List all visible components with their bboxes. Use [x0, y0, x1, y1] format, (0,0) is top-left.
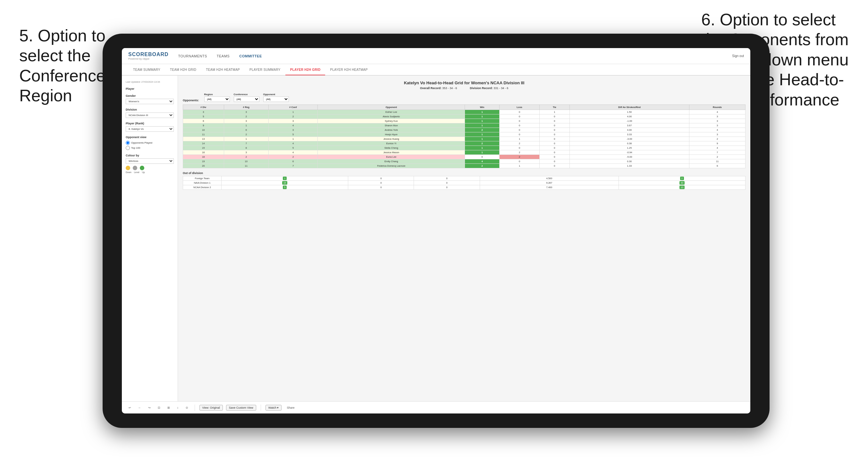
- share-btn[interactable]: Share: [285, 405, 296, 410]
- region-filter: Region (All): [204, 93, 230, 102]
- table-row: 18 2 2 Euna Lee 0 2 0 -5.00 2: [183, 155, 745, 159]
- refresh-btn[interactable]: ⊙: [184, 405, 190, 410]
- division-section: Division NCAA Division III: [126, 108, 174, 118]
- out-division-table: Foreign Team 1 0 0 4.500 2 NAIA Division…: [183, 176, 745, 190]
- table-row: 15 8 5 Stella Cheng 1 0 0 1.25 4: [183, 146, 745, 150]
- colour-section: Colour by Win/loss Down Level Up: [126, 154, 174, 174]
- sign-out-link[interactable]: Sign out: [732, 54, 744, 58]
- table-row: 9 1 4 Sharon Mun 1 0 0 3.67 3: [183, 123, 745, 128]
- division-label: Division: [126, 108, 174, 111]
- tab-team-summary[interactable]: TEAM SUMMARY: [128, 64, 165, 75]
- undo-btn[interactable]: ↩: [127, 405, 133, 410]
- opponents-label: Opponents:: [183, 99, 199, 102]
- toolbar-divider: [195, 405, 195, 411]
- list-item: NCAA Division 2 5 0 0 7.400 10: [183, 185, 745, 190]
- table-row: 13 1 1 Jessica Huang 1 1 0 -3.00 2: [183, 137, 745, 142]
- main-content: Last Updated: 27/03/2024 13:34 Player Ge…: [122, 75, 750, 401]
- save-custom-btn[interactable]: Save Custom View: [226, 405, 256, 411]
- back-btn[interactable]: ←: [136, 405, 143, 410]
- list-item: NAIA Division 1 15 0 0 9.267 30: [183, 181, 745, 185]
- right-content: Katelyn Vo Head-to-Head Grid for Women's…: [178, 75, 750, 401]
- list-item: Foreign Team 1 0 0 4.500 2: [183, 176, 745, 181]
- conference-select[interactable]: (All): [234, 96, 259, 102]
- table-row: 19 10 6 Emily Chang 4 0 0 0.30 11: [183, 159, 745, 164]
- region-select[interactable]: (All): [204, 96, 230, 102]
- conference-label: Conference: [234, 93, 259, 96]
- nav-teams[interactable]: TEAMS: [217, 54, 229, 58]
- dot-down: [126, 166, 130, 170]
- opponent-filter: Opponent (All): [263, 93, 289, 102]
- conference-filter: Conference (All): [234, 93, 259, 102]
- th-tie: Tie: [540, 105, 569, 110]
- opponent-select[interactable]: (All): [263, 96, 289, 102]
- table-row: 5 2 2 Alexis Sudjianto 1 0 0 4.00 3: [183, 115, 745, 119]
- dot-up: [140, 166, 144, 170]
- opponent-label: Opponent: [263, 93, 289, 96]
- gender-select[interactable]: Women's: [126, 99, 174, 104]
- report-title: Katelyn Vo Head-to-Head Grid for Women's…: [183, 81, 745, 85]
- tablet-device: SCOREBOARD Powered by clippd TOURNAMENTS…: [103, 34, 770, 428]
- colour-select[interactable]: Win/loss: [126, 158, 174, 164]
- player-rank-section: Player (Rank) 8. Katelyn Vo: [126, 122, 174, 132]
- last-updated-text: Last Updated: 27/03/2024 13:34: [126, 81, 174, 83]
- radio-opponents-played[interactable]: Opponents Played: [126, 141, 174, 145]
- scoreboard-logo: SCOREBOARD Powered by clippd: [128, 52, 169, 60]
- gender-section: Gender Women's: [126, 94, 174, 104]
- dot-level: [133, 166, 137, 170]
- toolbar-divider2: [261, 405, 261, 411]
- tablet-screen: SCOREBOARD Powered by clippd TOURNAMENTS…: [122, 48, 750, 413]
- expand-btn[interactable]: ⊞: [165, 405, 172, 410]
- region-label: Region: [204, 93, 230, 96]
- redo-btn[interactable]: ↪: [146, 405, 153, 410]
- opponent-view-label: Opponent view: [126, 135, 174, 139]
- gender-label: Gender: [126, 94, 174, 97]
- table-row: 11 2 5 Heejo Hyun 1 0 0 3.33 3: [183, 132, 745, 137]
- left-panel: Last Updated: 27/03/2024 13:34 Player Ge…: [122, 75, 178, 401]
- th-reg: # Reg: [224, 105, 268, 110]
- nav-committee[interactable]: COMMITTEE: [239, 54, 262, 58]
- table-row: 6 3 3 Sydney Kuo 1 0 0 -1.00 3: [183, 119, 745, 123]
- player-rank-select[interactable]: 8. Katelyn Vo: [126, 126, 174, 132]
- opponent-view-section: Opponent view Opponents Played Top 100: [126, 135, 174, 150]
- filter-row: Opponents: Region (All) Conference (All): [183, 93, 745, 102]
- tab-team-h2h-grid[interactable]: TEAM H2H GRID: [165, 64, 201, 75]
- watch-btn[interactable]: Watch ▾: [266, 405, 282, 411]
- tab-player-h2h-grid[interactable]: PLAYER H2H GRID: [285, 64, 326, 75]
- grid-btn[interactable]: ⊡: [156, 405, 162, 410]
- division-record: Division Record: 331 - 34 - 6: [470, 87, 508, 90]
- table-row: 20 11 7 Federica Domecq Lacroze 2 1 0 1.…: [183, 164, 745, 168]
- th-diff: Diff Av Strokes/Rnd: [569, 105, 689, 110]
- app-header: SCOREBOARD Powered by clippd TOURNAMENTS…: [122, 48, 750, 64]
- out-division-label: Out of division: [183, 172, 745, 175]
- swap-btn[interactable]: ↕: [175, 405, 181, 410]
- tab-player-h2h-heatmap[interactable]: PLAYER H2H HEATMAP: [325, 64, 372, 75]
- overall-record: Overall Record: 353 - 34 - 6: [420, 87, 457, 90]
- header-right: Sign out: [732, 54, 744, 58]
- th-win: Win: [465, 105, 499, 110]
- radio-top100[interactable]: Top 100: [126, 146, 174, 150]
- table-row: 14 7 4 Eunice Yi 2 2 0 0.38 9: [183, 142, 745, 146]
- th-rounds: Rounds: [689, 105, 745, 110]
- bottom-toolbar: ↩ ← ↪ ⊡ ⊞ ↕ ⊙ View: Original Save Custom…: [122, 401, 750, 413]
- player-section: Player: [126, 87, 174, 90]
- colour-label: Colour by: [126, 154, 174, 157]
- division-select[interactable]: NCAA Division III: [126, 113, 174, 118]
- th-loss: Loss: [499, 105, 540, 110]
- sub-nav: TEAM SUMMARY TEAM H2H GRID TEAM H2H HEAT…: [122, 64, 750, 75]
- table-row: 16 3 4 Jessica Mason 1 2 0 -0.94 7: [183, 150, 745, 155]
- tab-player-summary[interactable]: PLAYER SUMMARY: [245, 64, 285, 75]
- player-label: Player: [126, 87, 174, 90]
- table-row: 3 3 1 Esther Lee 1 0 1 1.50 4: [183, 110, 745, 115]
- nav-menu: TOURNAMENTS TEAMS COMMITTEE: [178, 54, 723, 58]
- tab-team-h2h-heatmap[interactable]: TEAM H2H HEATMAP: [201, 64, 245, 75]
- th-opponent: Opponent: [318, 105, 465, 110]
- table-row: 10 6 3 Andrea York 2 0 0 4.00 4: [183, 128, 745, 132]
- th-div: # Div: [183, 105, 224, 110]
- nav-tournaments[interactable]: TOURNAMENTS: [178, 54, 207, 58]
- colour-labels: Down Level Up: [126, 171, 174, 174]
- main-table: # Div # Reg # Conf Opponent Win Loss Tie…: [183, 104, 745, 168]
- th-conf: # Conf: [268, 105, 317, 110]
- colour-dots: [126, 166, 174, 170]
- view-original-btn[interactable]: View: Original: [199, 405, 223, 411]
- player-rank-label: Player (Rank): [126, 122, 174, 125]
